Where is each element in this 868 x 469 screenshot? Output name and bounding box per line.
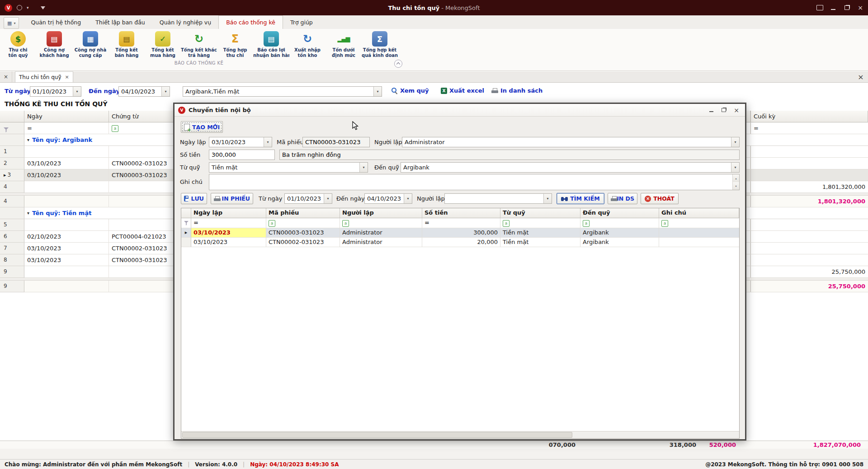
- in-danh-sach-button[interactable]: In danh sách: [491, 87, 542, 94]
- ribbon-item-cong-no-khach-hang[interactable]: Công nợkhách hàng: [36, 30, 72, 62]
- maximize-button[interactable]: [842, 3, 852, 13]
- filter-cell[interactable]: [500, 218, 580, 228]
- chevron-down-icon[interactable]: [359, 163, 368, 172]
- chevron-down-icon[interactable]: [373, 87, 382, 96]
- column-header-so-tien[interactable]: Số tiền: [422, 208, 500, 218]
- minimize-icon: [831, 9, 835, 10]
- grid-empty-area: [181, 247, 739, 431]
- close-button[interactable]: [733, 107, 740, 113]
- minimize-button[interactable]: [708, 107, 714, 113]
- ribbon-item-thu-chi-ton-quy[interactable]: Thu chitồn quỹ: [0, 30, 36, 62]
- filter-cell[interactable]: [266, 218, 340, 228]
- filter-cell-ngay[interactable]: =: [24, 122, 109, 134]
- chevron-down-icon[interactable]: [264, 137, 272, 147]
- column-header-tu-quy[interactable]: Từ quỹ: [500, 208, 580, 218]
- ribbon-collapse-button[interactable]: [394, 60, 402, 68]
- ribbon-item-tong-ket-ban-hang[interactable]: Tổng kếtbán hàng: [108, 30, 145, 62]
- column-header-cuoiky[interactable]: Cuối kỳ: [750, 111, 868, 122]
- tao-moi-button[interactable]: TẠO MỚI: [181, 121, 223, 133]
- app-logo-icon[interactable]: [5, 4, 12, 12]
- quy-select[interactable]: Argibank,Tiền mặt: [183, 86, 382, 97]
- column-header-den-quy[interactable]: Đến quỹ: [580, 208, 659, 218]
- date-text: Ngày: 04/10/2023 8:49:30 SA: [250, 461, 339, 468]
- transfer-grid: Ngày lập Mã phiếu Người lập Số tiền Từ q…: [181, 208, 740, 439]
- chevron-down-icon[interactable]: [324, 194, 332, 203]
- in-ds-button[interactable]: IN DS: [608, 193, 637, 204]
- filter-cell[interactable]: [659, 218, 739, 228]
- ribbon-item-tong-ket-mua-hang[interactable]: Tổng kếtmua hàng: [145, 30, 181, 62]
- luu-button[interactable]: LƯU: [181, 193, 207, 204]
- fullscreen-button[interactable]: [815, 3, 825, 13]
- tu-ngay-label: Từ ngày: [259, 193, 282, 204]
- ribbon-item-tong-hop-ket-qua-kinh-doanh[interactable]: Tổng hợp kếtquả kinh doanh: [362, 30, 398, 62]
- tab-quan-ly-nghiep-vu[interactable]: Quản lý nghiệp vụ: [152, 16, 218, 29]
- pin-icon[interactable]: [41, 6, 45, 9]
- close-icon[interactable]: [65, 74, 69, 80]
- column-header-ngay[interactable]: Ngày: [24, 111, 109, 122]
- xem-quy-button[interactable]: Xem quỹ: [392, 87, 429, 94]
- maximize-button[interactable]: [721, 107, 727, 113]
- tab-bao-cao-thong-ke[interactable]: Báo cáo thống kê: [218, 15, 283, 29]
- close-button[interactable]: [855, 3, 865, 13]
- chevron-down-icon[interactable]: [161, 87, 170, 96]
- memo-scroll-buttons[interactable]: [732, 174, 739, 190]
- chevron-down-icon[interactable]: [404, 194, 412, 203]
- dialog-titlebar[interactable]: Chuyển tiền nội bộ: [175, 104, 745, 117]
- dialog-body: TẠO MỚI Ngày lập 03/10/2023 Mã phiếu CTN…: [175, 117, 745, 440]
- app-menu-button[interactable]: [4, 17, 19, 29]
- ribbon-item-tong-hop-thu-chi[interactable]: Tổng hợpthu chi: [217, 30, 253, 62]
- so-tien-input[interactable]: 300,000: [209, 150, 275, 160]
- xuat-excel-button[interactable]: Xuất excel: [441, 87, 484, 94]
- close-tab-button-right[interactable]: [855, 71, 866, 82]
- ribbon-item-bao-cao-loi-nhuan[interactable]: Báo cáo lợinhuận bán hàng: [253, 30, 289, 62]
- tab-thiet-lap-ban-dau[interactable]: Thiết lập ban đầu: [88, 16, 152, 29]
- chevron-down-icon[interactable]: [543, 194, 552, 203]
- tu-ngay-date-input[interactable]: 01/10/2023: [30, 86, 81, 97]
- ribbon-item-cong-no-nha-cung-cap[interactable]: Công nợ nhàcung cấp: [72, 30, 108, 62]
- tab-tro-giup[interactable]: Trợ giúp: [283, 16, 320, 29]
- chevron-down-icon[interactable]: [73, 87, 81, 96]
- den-ngay-date-input[interactable]: 04/10/2023: [118, 86, 170, 97]
- ribbon-item-tong-ket-khach-tra-hang[interactable]: Tổng kết kháchtrả hàng: [181, 30, 217, 62]
- ribbon-item-xuat-nhap-ton-kho[interactable]: Xuất nhậptồn kho: [289, 30, 326, 62]
- filter-cell[interactable]: [340, 218, 422, 228]
- column-header-ghi-chu[interactable]: Ghi chú: [659, 208, 739, 218]
- chevron-down-icon[interactable]: [731, 163, 739, 172]
- filter-cell[interactable]: =: [191, 218, 266, 228]
- collapse-group-icon[interactable]: [27, 137, 29, 142]
- tab-quan-tri-he-thong[interactable]: Quản trị hệ thống: [24, 16, 88, 29]
- chevron-down-icon[interactable]: [27, 5, 29, 10]
- nguoi-lap-select[interactable]: Administrator: [402, 137, 740, 147]
- in-phieu-button[interactable]: IN PHIẾU: [211, 193, 253, 204]
- column-header-ma-phieu[interactable]: Mã phiếu: [266, 208, 340, 218]
- thoat-button[interactable]: THOÁT: [641, 193, 679, 204]
- theme-circle-icon[interactable]: [17, 5, 22, 10]
- tim-kiem-button[interactable]: TÌM KIẾM: [557, 193, 604, 204]
- nguoi-lap-filter-select[interactable]: [444, 193, 552, 204]
- filter-cell-cuoiky[interactable]: =: [750, 122, 868, 134]
- minimize-button[interactable]: [828, 3, 838, 13]
- column-header-ngay-lap[interactable]: Ngày lập: [191, 208, 266, 218]
- chevron-down-icon[interactable]: [731, 137, 739, 147]
- filter-cell[interactable]: [580, 218, 659, 228]
- ribbon-item-ton-duoi-dinh-muc[interactable]: Tồn dướiđịnh mức: [326, 30, 362, 62]
- close-tab-button-left[interactable]: [0, 71, 12, 82]
- collapse-group-icon[interactable]: [27, 211, 29, 216]
- dialog-title: Chuyển tiền nội bộ: [189, 107, 251, 113]
- den-ngay-date-input[interactable]: 04/10/2023: [364, 193, 412, 204]
- table-row[interactable]: 03/10/2023 CTN00002-031023 Administrator…: [181, 238, 739, 247]
- filter-funnel-icon: [184, 221, 189, 225]
- ma-phieu-input[interactable]: CTN00003-031023: [302, 137, 370, 147]
- horizontal-scrollbar[interactable]: [181, 431, 739, 438]
- ribbon-items: Thu chitồn quỹ Công nợkhách hàng Công nợ…: [0, 30, 398, 62]
- column-header-nguoi-lap[interactable]: Người lập: [340, 208, 422, 218]
- tu-ngay-date-input[interactable]: 01/10/2023: [284, 193, 332, 204]
- filter-cell[interactable]: =: [422, 218, 500, 228]
- doc-tab-thu-chi-ton-quy[interactable]: Thu chi tồn quỹ: [15, 71, 73, 82]
- tu-quy-select[interactable]: Tiền mặt: [209, 162, 368, 173]
- scrollbar-thumb[interactable]: [182, 432, 572, 438]
- den-quy-select[interactable]: Argibank: [401, 162, 740, 173]
- ngay-lap-date-input[interactable]: 03/10/2023: [209, 137, 272, 147]
- ghi-chu-textarea[interactable]: [209, 174, 740, 190]
- table-row-selected[interactable]: 03/10/2023 CTN00003-031023 Administrator…: [181, 228, 739, 238]
